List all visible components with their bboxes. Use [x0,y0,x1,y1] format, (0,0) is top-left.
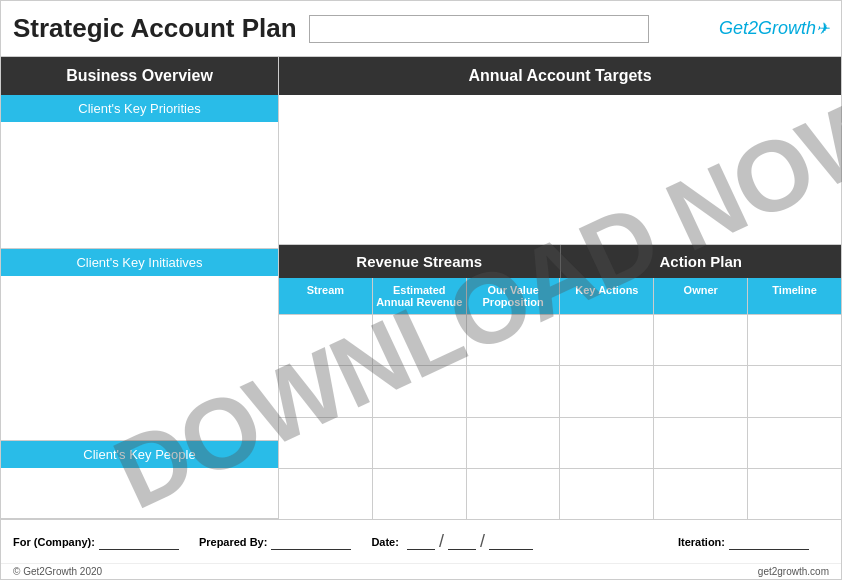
timeline-cell [748,366,841,416]
date-field: Date: / / [371,531,533,552]
stream-col-header: Stream [279,278,373,314]
company-name-input[interactable] [309,15,649,43]
revenue-cell [373,469,467,519]
logo-arrow-icon: ✈ [816,20,829,37]
header: Strategic Account Plan Get2Growth✈ [1,1,841,57]
main-content: Business Overview Annual Account Targets… [1,57,841,579]
value-prop-cell [467,469,561,519]
timeline-col-header: Timeline [748,278,841,314]
timeline-cell [748,418,841,468]
value-proposition-col-header: Our Value Proposition [467,278,561,314]
key-initiatives-body [1,276,278,440]
key-people-section: Client's Key People [1,441,278,519]
key-actions-cell [560,418,654,468]
company-input-line [99,534,179,550]
table-row [279,418,841,469]
value-prop-cell [467,418,561,468]
sub-column-headers: Stream Estimated Annual Revenue Our Valu… [279,278,841,315]
company-label: For (Company): [13,536,95,548]
prepared-by-input-line [271,534,351,550]
footer: For (Company): Prepared By: Date: / / It… [1,519,841,563]
section-headers: Business Overview Annual Account Targets [1,57,841,95]
iteration-label: Iteration: [678,536,725,548]
key-actions-col-header: Key Actions [560,278,654,314]
owner-cell [654,418,748,468]
timeline-cell [748,469,841,519]
owner-cell [654,315,748,365]
date-slash-1: / [439,531,444,552]
key-priorities-body [1,122,278,248]
right-column: Revenue Streams Action Plan Stream Estim… [279,95,841,519]
table-row [279,469,841,519]
key-actions-cell [560,315,654,365]
website: get2growth.com [758,566,829,577]
annual-targets-area [279,95,841,245]
revenue-cell [373,315,467,365]
prepared-by-field: Prepared By: [199,534,351,550]
iteration-input-line [729,534,809,550]
stream-cell [279,315,373,365]
key-initiatives-section: Client's Key Initiatives [1,249,278,441]
content-area: Client's Key Priorities Client's Key Ini… [1,95,841,519]
page-title: Strategic Account Plan [13,13,297,44]
stream-cell [279,469,373,519]
owner-col-header: Owner [654,278,748,314]
key-people-label: Client's Key People [1,441,278,468]
footer-bottom: © Get2Growth 2020 get2growth.com [1,563,841,579]
revenue-cell [373,366,467,416]
key-priorities-section: Client's Key Priorities [1,95,278,249]
key-people-body [1,468,278,518]
left-column: Client's Key Priorities Client's Key Ini… [1,95,279,519]
value-prop-cell [467,315,561,365]
prepared-by-label: Prepared By: [199,536,267,548]
date-slash-2: / [480,531,485,552]
copyright: © Get2Growth 2020 [13,566,102,577]
key-actions-cell [560,469,654,519]
revenue-streams-header: Revenue Streams [279,245,561,278]
revenue-cell [373,418,467,468]
key-actions-cell [560,366,654,416]
stream-cell [279,366,373,416]
iteration-field: Iteration: [678,534,809,550]
date-label: Date: [371,536,399,548]
stream-cell [279,418,373,468]
logo: Get2Growth✈ [719,18,829,39]
page: Strategic Account Plan Get2Growth✈ Busin… [0,0,842,580]
key-priorities-label: Client's Key Priorities [1,95,278,122]
data-rows [279,315,841,519]
owner-cell [654,469,748,519]
date-box-2 [448,534,476,550]
company-field: For (Company): [13,534,179,550]
logo-text: Get2Growth [719,18,816,38]
table-row [279,315,841,366]
value-prop-cell [467,366,561,416]
estimated-revenue-col-header: Estimated Annual Revenue [373,278,467,314]
date-box-1 [407,534,435,550]
business-overview-header: Business Overview [1,57,279,95]
revenue-action-headers: Revenue Streams Action Plan [279,245,841,278]
table-row [279,366,841,417]
date-box-3 [489,534,533,550]
annual-targets-header: Annual Account Targets [279,57,841,95]
action-plan-header: Action Plan [561,245,842,278]
timeline-cell [748,315,841,365]
key-initiatives-label: Client's Key Initiatives [1,249,278,276]
owner-cell [654,366,748,416]
